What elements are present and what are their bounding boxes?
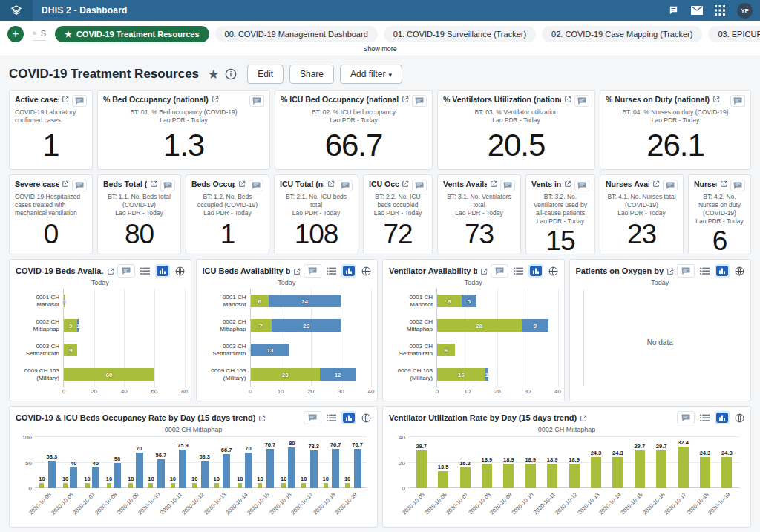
- new-dashboard-button[interactable]: +: [7, 26, 24, 42]
- bar[interactable]: [656, 450, 666, 488]
- bar-segment[interactable]: 24: [269, 295, 341, 307]
- comment-icon[interactable]: [574, 180, 589, 191]
- comment-icon[interactable]: [574, 95, 589, 107]
- bar[interactable]: [332, 449, 339, 488]
- bar-segment[interactable]: 23: [272, 319, 341, 332]
- bar[interactable]: [223, 454, 230, 488]
- comment-icon[interactable]: [491, 264, 508, 278]
- open-in-data-visualizer-icon[interactable]: [62, 96, 69, 103]
- open-in-data-visualizer-icon[interactable]: [238, 180, 246, 188]
- apps-menu-icon[interactable]: [715, 5, 725, 16]
- comment-icon[interactable]: [677, 411, 695, 424]
- comment-icon[interactable]: [500, 180, 515, 191]
- comment-icon[interactable]: [412, 95, 427, 107]
- chart-view-toggle[interactable]: [341, 411, 356, 424]
- open-in-data-visualizer-icon[interactable]: [666, 268, 674, 275]
- comment-icon[interactable]: [249, 180, 263, 191]
- dhis2-logo[interactable]: [0, 0, 33, 21]
- table-view-icon[interactable]: [700, 414, 710, 422]
- bar[interactable]: [136, 453, 143, 488]
- edit-button[interactable]: Edit: [247, 65, 284, 84]
- interpretations-icon[interactable]: [668, 5, 679, 16]
- bar[interactable]: [245, 453, 252, 488]
- bar-segment[interactable]: 9: [522, 319, 549, 332]
- bar[interactable]: [416, 450, 427, 488]
- bar[interactable]: [591, 457, 601, 488]
- open-in-data-visualizer-icon[interactable]: [712, 96, 720, 103]
- chart-view-toggle[interactable]: [341, 264, 356, 278]
- bar-segment[interactable]: 9: [64, 344, 77, 356]
- user-avatar[interactable]: YP: [737, 3, 753, 19]
- bar[interactable]: [258, 483, 262, 488]
- open-in-data-visualizer-icon[interactable]: [720, 180, 727, 188]
- dashboard-chip-2[interactable]: 01. COVID-19 Surveillance (Tracker): [384, 26, 536, 42]
- bar[interactable]: [525, 464, 536, 488]
- bar[interactable]: [700, 457, 710, 488]
- bar[interactable]: [354, 449, 361, 488]
- comment-icon[interactable]: [249, 95, 264, 107]
- bar[interactable]: [85, 483, 90, 488]
- info-icon[interactable]: [225, 68, 237, 80]
- bar[interactable]: [192, 483, 197, 488]
- dashboard-chip-1[interactable]: 00. COVID-19 Management Dashboard: [215, 26, 378, 42]
- bar-segment[interactable]: 28: [437, 319, 522, 332]
- bar[interactable]: [201, 461, 209, 488]
- bar-segment[interactable]: 6: [251, 295, 269, 307]
- bar-segment[interactable]: 1: [485, 368, 488, 381]
- open-in-data-visualizer-icon[interactable]: [212, 96, 219, 103]
- open-in-data-visualizer-icon[interactable]: [327, 180, 335, 188]
- search-input[interactable]: [41, 29, 46, 38]
- bar[interactable]: [438, 471, 448, 488]
- chart-view-toggle[interactable]: [155, 264, 170, 278]
- bar[interactable]: [70, 467, 77, 488]
- bar[interactable]: [288, 447, 295, 488]
- bar-segment[interactable]: 60: [64, 368, 154, 381]
- comment-icon[interactable]: [304, 264, 321, 278]
- bar-segment[interactable]: 23: [251, 368, 320, 381]
- bar[interactable]: [148, 483, 153, 488]
- chart-view-toggle[interactable]: [715, 264, 730, 278]
- open-in-data-visualizer-icon[interactable]: [107, 268, 114, 275]
- bar[interactable]: [114, 463, 121, 489]
- share-button[interactable]: Share: [289, 65, 334, 84]
- show-more-link[interactable]: Show more: [7, 42, 753, 54]
- open-in-data-visualizer-icon[interactable]: [402, 96, 409, 103]
- open-in-data-visualizer-icon[interactable]: [402, 180, 409, 188]
- bar[interactable]: [48, 461, 56, 488]
- comment-icon[interactable]: [730, 95, 745, 107]
- dashboard-chip-3[interactable]: 02. COVID-19 Case Mapping (Tracker): [542, 26, 702, 42]
- messages-icon[interactable]: [691, 6, 703, 15]
- dashboard-chip-0[interactable]: ★COVID-19 Treatment Resources: [55, 26, 209, 42]
- bar[interactable]: [547, 464, 557, 488]
- dashboard-chip-4[interactable]: 03. EPICURVE by Province: [708, 26, 760, 42]
- open-in-data-visualizer-icon[interactable]: [564, 180, 571, 188]
- bar[interactable]: [324, 483, 328, 488]
- star-dashboard-icon[interactable]: ★: [208, 67, 219, 82]
- open-in-data-visualizer-icon[interactable]: [62, 180, 69, 188]
- table-view-icon[interactable]: [327, 267, 336, 275]
- comment-icon[interactable]: [663, 180, 678, 191]
- comment-icon[interactable]: [730, 180, 745, 191]
- bar[interactable]: [281, 483, 286, 488]
- bar-segment[interactable]: 8: [437, 295, 462, 307]
- bar[interactable]: [157, 459, 165, 488]
- bar[interactable]: [503, 464, 514, 488]
- bar[interactable]: [301, 483, 306, 488]
- open-in-data-visualizer-icon[interactable]: [652, 180, 660, 188]
- bar[interactable]: [107, 483, 111, 488]
- open-in-data-visualizer-icon[interactable]: [490, 180, 497, 188]
- bar-segment[interactable]: 1: [77, 319, 79, 332]
- comment-icon[interactable]: [72, 95, 87, 107]
- bar-segment[interactable]: 16: [437, 368, 485, 381]
- bar[interactable]: [63, 483, 68, 488]
- map-view-icon[interactable]: [548, 266, 558, 276]
- map-view-icon[interactable]: [361, 266, 371, 276]
- bar-segment[interactable]: 12: [320, 368, 356, 381]
- bar[interactable]: [569, 464, 580, 488]
- open-in-data-visualizer-icon[interactable]: [150, 180, 157, 188]
- bar-segment[interactable]: 6: [437, 344, 455, 356]
- bar[interactable]: [39, 483, 44, 488]
- table-view-icon[interactable]: [327, 414, 336, 422]
- bar[interactable]: [92, 467, 99, 488]
- bar-segment[interactable]: 5: [462, 295, 476, 307]
